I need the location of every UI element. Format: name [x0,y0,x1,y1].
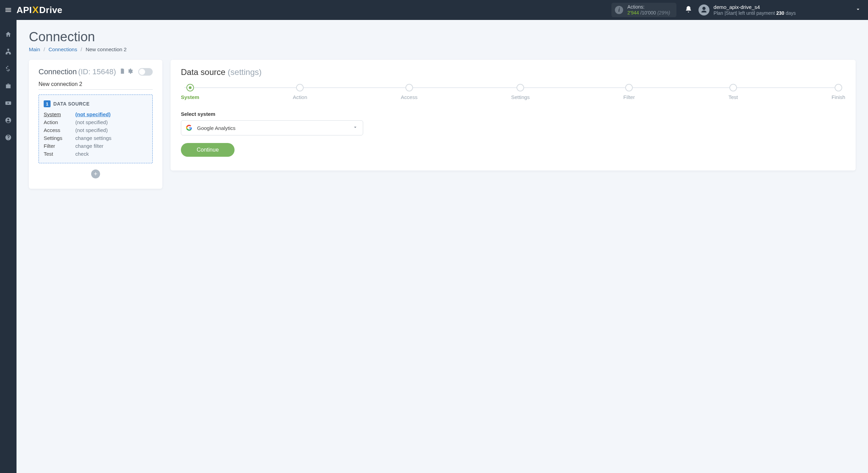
step-label: Finish [832,94,845,100]
step-label: Filter [623,94,635,100]
select-caret [352,124,358,131]
connection-id: (ID: 15648) [78,67,116,76]
actions-used: 2'944 [627,10,639,15]
ds-row-label: Settings [44,135,75,141]
sidebar-item-account[interactable] [0,116,17,125]
ds-row-label: Test [44,151,75,157]
system-select-value: Google Analytics [197,125,348,131]
sidebar [0,20,17,473]
connection-name-input[interactable]: New connection 2 [39,76,153,90]
add-destination-button[interactable]: + [91,169,100,178]
step-label: System [181,94,199,100]
breadcrumb: Main / Connections / New connection 2 [29,46,856,52]
step-filter[interactable]: Filter [623,84,635,100]
user-avatar [698,4,709,15]
connection-card: Connection (ID: 15648) New connection 2 … [29,60,162,189]
youtube-icon [5,100,12,107]
wizard-stepper: SystemActionAccessSettingsFilterTestFini… [181,84,845,100]
help-icon [5,134,12,141]
main-content: Connection Main / Connections / New conn… [17,20,868,473]
data-source-heading: DATA SOURCE [53,101,90,107]
chevron-down-icon [352,124,358,130]
sidebar-item-help[interactable] [0,133,17,142]
ds-row-value: check [75,151,148,157]
topbar: APIXDrive i Actions: 2'944 /10'000 (29%)… [0,0,868,20]
document-icon [119,68,126,74]
home-icon [5,31,12,38]
step-finish[interactable]: Finish [832,84,845,100]
connection-enable-toggle[interactable] [138,68,153,76]
ds-row-value: (not specified) [75,119,148,125]
step-label: Test [728,94,738,100]
user-menu[interactable]: demo_apix-drive_s4 Plan |Start| left unt… [698,4,861,16]
step-access[interactable]: Access [401,84,417,100]
step-settings[interactable]: Settings [511,84,530,100]
briefcase-icon [5,82,12,89]
bell-icon [685,6,692,13]
settings-button[interactable] [127,67,133,76]
step-test[interactable]: Test [728,84,738,100]
panel-title: Data source [181,67,225,77]
sidebar-item-home[interactable] [0,30,17,39]
step-label: Access [401,94,417,100]
user-name: demo_apix-drive_s4 [714,4,796,10]
ds-row-label[interactable]: System [44,111,75,117]
system-select[interactable]: Google Analytics [181,120,363,135]
ds-row-value[interactable]: (not specified) [75,111,148,117]
sidebar-item-youtube[interactable] [0,98,17,108]
info-icon: i [615,6,623,14]
data-source-block[interactable]: 1 DATA SOURCE System(not specified)Actio… [39,95,153,163]
chevron-down-icon [855,6,861,12]
user-plan: Plan |Start| left until payment 230 days [714,10,796,16]
notes-button[interactable] [119,67,126,76]
continue-button[interactable]: Continue [181,143,235,157]
breadcrumb-main[interactable]: Main [29,46,40,52]
notifications-button[interactable] [685,6,692,14]
actions-total: 10'000 [642,10,656,15]
ds-row-value: (not specified) [75,127,148,133]
breadcrumb-current: New connection 2 [86,46,127,52]
sidebar-item-briefcase[interactable] [0,81,17,91]
menu-toggle-button[interactable] [0,0,17,20]
actions-counter[interactable]: i Actions: 2'944 /10'000 (29%) [611,3,676,17]
user-circle-icon [5,117,12,124]
google-icon [186,125,192,131]
data-source-index: 1 [44,100,51,107]
ds-row-label: Action [44,119,75,125]
ds-row-value: change settings [75,135,148,141]
step-system[interactable]: System [181,84,199,100]
ds-row-label: Access [44,127,75,133]
step-label: Settings [511,94,530,100]
sidebar-item-billing[interactable] [0,64,17,74]
user-menu-caret [855,6,861,14]
data-source-settings-card: Data source (settings) SystemActionAcces… [171,60,856,170]
gear-icon [127,68,133,74]
logo[interactable]: APIXDrive [17,4,63,15]
actions-percent: (29%) [657,10,670,15]
page-title: Connection [29,30,856,44]
ds-row-value: change filter [75,143,148,149]
sidebar-item-connections[interactable] [0,47,17,56]
connection-card-header: Connection (ID: 15648) [39,67,153,76]
breadcrumb-connections[interactable]: Connections [48,46,77,52]
actions-sep: / [639,10,642,15]
panel-subtitle: (settings) [228,67,262,77]
hamburger-icon [4,6,12,14]
dollar-icon [5,65,12,72]
select-system-label: Select system [181,111,845,117]
ds-row-label: Filter [44,143,75,149]
user-icon [700,6,708,14]
step-action[interactable]: Action [293,84,307,100]
connection-title: Connection [39,67,77,76]
actions-label: Actions: [627,4,670,10]
sitemap-icon [5,48,12,55]
step-label: Action [293,94,307,100]
